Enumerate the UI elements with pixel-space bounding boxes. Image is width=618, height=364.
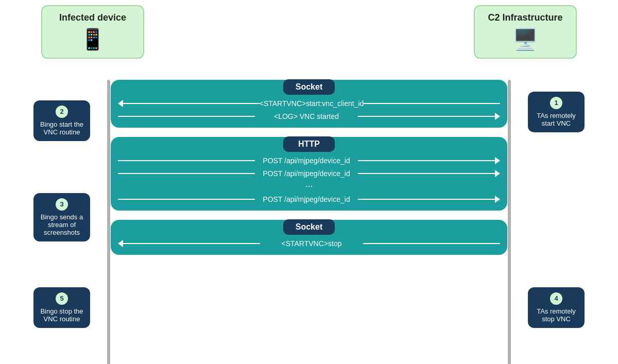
line-p1b	[358, 160, 495, 161]
actor-infected-device: Infected device 📱	[41, 5, 144, 59]
label-post-3: POST /api/mjpeg/device_id	[255, 195, 358, 203]
label-log-vnc: <LOG> VNC started	[255, 112, 358, 120]
arrowhead-right-p2	[495, 170, 500, 177]
annot-circle-4: 4	[550, 292, 562, 305]
annot-text-3: Bingo sends a stream of screenshots	[40, 213, 84, 236]
annotation-4: 4 TAs remotely stop VNC	[528, 287, 585, 328]
http-box: HTTP POST /api/mjpeg/device_id POST /api…	[111, 137, 507, 211]
arrow-post-3: POST /api/mjpeg/device_id	[111, 190, 507, 203]
annotation-2: 2 Bingo start the VNC routine	[33, 100, 90, 141]
annot-text-4: TAs remotely stop VNC	[534, 307, 578, 323]
arrow-post-2: POST /api/mjpeg/device_id	[111, 165, 507, 178]
annotation-3: 3 Bingo sends a stream of screenshots	[33, 193, 90, 241]
line-p3b	[358, 199, 495, 200]
arrow-row-post-1: POST /api/mjpeg/device_id	[118, 157, 500, 165]
sequence-area: Socket <STARTVNC>start:vnc_client_id <LO…	[111, 80, 507, 255]
annot-circle-2: 2	[56, 106, 68, 118]
arrowhead-left-1	[118, 100, 123, 107]
label-startvnc-stop: <STARTVNC>stop	[260, 239, 363, 248]
line-2a	[118, 116, 255, 117]
label-post-1: POST /api/mjpeg/device_id	[255, 157, 358, 165]
socket-box-2-header: Socket	[283, 219, 335, 235]
line-1	[123, 103, 260, 104]
annot-text-1: TAs remotely start VNC	[534, 112, 578, 127]
arrow-row-log-vnc: <LOG> VNC started	[118, 112, 500, 120]
line-p2a	[118, 173, 255, 174]
socket-box-1-header: Socket	[283, 79, 335, 95]
arrow-row-startvnc-stop: <STARTVNC>stop	[118, 239, 500, 248]
actor-left-icon: 📱	[53, 27, 133, 51]
arrow-post-1: POST /api/mjpeg/device_id	[111, 152, 507, 165]
arrow-row-post-2: POST /api/mjpeg/device_id	[118, 169, 500, 178]
http-box-header: HTTP	[283, 136, 335, 152]
line-p2b	[358, 173, 495, 174]
arrowhead-right-1	[495, 113, 500, 120]
annotation-5: 5 Bingo stop the VNC routine	[33, 287, 90, 328]
socket-box-2: Socket <STARTVNC>stop	[111, 220, 507, 255]
arrow-row-startvnc-start: <STARTVNC>start:vnc_client_id	[118, 99, 500, 108]
socket-box-1: Socket <STARTVNC>start:vnc_client_id <LO…	[111, 80, 507, 128]
arrow-row-post-3: POST /api/mjpeg/device_id	[118, 195, 500, 203]
annot-circle-3: 3	[56, 198, 68, 211]
lifeline-left	[107, 80, 110, 364]
actor-c2: C2 Infrastructure 🖥️	[474, 5, 577, 59]
annot-circle-1: 1	[550, 97, 562, 109]
annot-circle-5: 5	[56, 292, 68, 305]
arrow-log-vnc-started: <LOG> VNC started	[111, 108, 507, 120]
lifeline-right	[508, 80, 511, 364]
label-post-2: POST /api/mjpeg/device_id	[255, 169, 358, 178]
arrowhead-right-p3	[495, 196, 500, 203]
arrow-startvnc-stop: <STARTVNC>stop	[111, 235, 507, 248]
actor-left-label: Infected device	[53, 12, 133, 23]
arrowhead-right-p1	[495, 157, 500, 164]
annotation-1: 1 TAs remotely start VNC	[528, 92, 585, 132]
arrowhead-left-2	[118, 240, 123, 247]
dots-indicator: ...	[111, 178, 507, 190]
line-2b	[358, 116, 495, 117]
line-s2b	[363, 243, 500, 244]
annot-text-5: Bingo stop the VNC routine	[40, 307, 84, 323]
actor-right-icon: 🖥️	[485, 27, 565, 51]
actor-right-label: C2 Infrastructure	[485, 12, 565, 23]
line-1b	[364, 103, 500, 104]
actors-row: Infected device 📱 C2 Infrastructure 🖥️	[0, 0, 618, 59]
diagram-container: Cleafy LABS Infected device 📱 C2 Infrast…	[0, 0, 618, 364]
line-p3a	[118, 199, 255, 200]
line-s2a	[123, 243, 260, 244]
label-startvnc-start: <STARTVNC>start:vnc_client_id	[260, 99, 364, 108]
line-p1a	[118, 160, 255, 161]
arrow-startvnc-start: <STARTVNC>start:vnc_client_id	[111, 95, 507, 108]
annot-text-2: Bingo start the VNC routine	[40, 120, 84, 136]
